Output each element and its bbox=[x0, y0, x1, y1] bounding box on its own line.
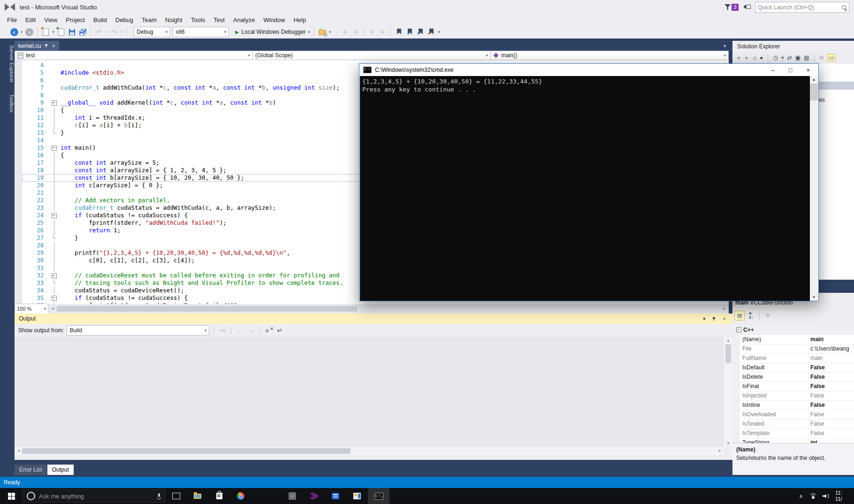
editor-horizontal-scrollbar[interactable]: ◄ ► bbox=[48, 304, 729, 313]
cortana-search-box[interactable]: Ask me anything bbox=[23, 489, 165, 503]
undo-dropdown-caret[interactable]: ▾ bbox=[106, 30, 108, 34]
server-explorer-vertical-tab[interactable]: Server Explorer bbox=[0, 40, 15, 87]
property-row-fullname[interactable]: FullNamemain bbox=[732, 354, 854, 363]
cmd-maximize-button[interactable]: □ bbox=[789, 67, 793, 74]
store-button[interactable] bbox=[208, 488, 230, 504]
app-button-1[interactable]: ◖ bbox=[282, 488, 303, 504]
output-content[interactable] bbox=[15, 337, 724, 447]
start-debugging-button[interactable]: ▶ Local Windows Debugger ▾ bbox=[235, 27, 310, 37]
notifications-button[interactable]: 3 bbox=[724, 4, 739, 11]
taskbar-clock[interactable]: 11: 11/ bbox=[835, 490, 854, 502]
scroll-right-icon[interactable]: ► bbox=[720, 304, 729, 313]
se-collapse-all-icon[interactable]: ▣ bbox=[795, 54, 801, 61]
cmd-minimize-button[interactable]: – bbox=[771, 67, 774, 74]
next-message-button[interactable]: → bbox=[247, 326, 255, 335]
menu-file[interactable]: File bbox=[3, 15, 21, 25]
output-scroll-right-icon[interactable]: ► bbox=[718, 447, 722, 455]
previous-bookmark-button[interactable]: ◄ bbox=[405, 27, 414, 37]
property-row-file[interactable]: Filec:\Users\bwang bbox=[732, 344, 854, 354]
fold-collapse-icon[interactable] bbox=[50, 144, 58, 152]
menu-help[interactable]: Help bbox=[289, 15, 310, 25]
document-list-caret-icon[interactable]: ▾ bbox=[724, 43, 729, 48]
property-value[interactable]: main bbox=[808, 354, 854, 363]
property-value[interactable]: False bbox=[808, 363, 854, 372]
fold-collapse-icon[interactable] bbox=[50, 212, 58, 219]
file-explorer-button[interactable] bbox=[187, 488, 208, 504]
property-pages-button[interactable]: ⚙ bbox=[763, 311, 772, 320]
menu-edit[interactable]: Edit bbox=[21, 15, 40, 25]
property-row-isfinal[interactable]: IsFinalFalse bbox=[732, 382, 854, 391]
word-wrap-button[interactable]: ↵ bbox=[275, 326, 284, 335]
zoom-level-dropdown[interactable]: 100 % ▾ bbox=[15, 304, 48, 314]
output-panel-header[interactable]: Output ▾ × bbox=[15, 313, 732, 324]
find-in-files-button[interactable] bbox=[318, 27, 327, 37]
volume-icon[interactable] bbox=[823, 493, 829, 499]
property-category-row[interactable]: C++ bbox=[732, 326, 854, 335]
project-dropdown[interactable]: ++ test ▾ bbox=[15, 51, 252, 60]
clear-all-button[interactable]: ≡× bbox=[264, 326, 273, 335]
se-pending-changes-icon[interactable]: ◷ bbox=[773, 54, 778, 61]
pin-tab-icon[interactable] bbox=[45, 44, 49, 48]
property-row-istemplate[interactable]: IsTemplateFalse bbox=[732, 429, 854, 438]
se-switch-views-icon[interactable]: ● bbox=[760, 54, 763, 61]
app-button-3[interactable] bbox=[346, 488, 368, 504]
property-value[interactable]: False bbox=[808, 391, 854, 400]
property-row-isoverloaded[interactable]: IsOverloadedFalse bbox=[732, 410, 854, 420]
bookmark-overflow-caret[interactable]: ▾ bbox=[438, 30, 440, 34]
redo-dropdown-caret[interactable]: ▾ bbox=[121, 30, 123, 34]
se-back-icon[interactable]: ◄ bbox=[735, 54, 741, 61]
editor-hscroll-thumb[interactable] bbox=[57, 306, 357, 312]
output-hscroll-thumb[interactable] bbox=[22, 448, 351, 454]
property-value[interactable]: False bbox=[808, 429, 854, 438]
property-row-isdelete[interactable]: IsDeleteFalse bbox=[732, 373, 854, 382]
output-vscroll-thumb[interactable] bbox=[725, 344, 731, 363]
task-view-button[interactable] bbox=[165, 488, 187, 504]
clear-bookmarks-button[interactable]: × bbox=[427, 27, 435, 37]
save-button[interactable] bbox=[68, 27, 76, 37]
feedback-icon[interactable] bbox=[743, 4, 751, 11]
se-sync-icon[interactable]: ⇄ bbox=[787, 54, 792, 61]
menu-view[interactable]: View bbox=[40, 15, 61, 25]
navigate-back-button[interactable]: ‹ bbox=[10, 27, 18, 37]
property-value[interactable]: False bbox=[808, 420, 854, 428]
menu-nsight[interactable]: Nsight bbox=[161, 15, 187, 25]
scroll-left-icon[interactable]: ◄ bbox=[48, 304, 57, 313]
toolbox-vertical-tab[interactable]: Toolbox bbox=[0, 89, 15, 117]
goto-message-button[interactable]: ↪ bbox=[218, 326, 227, 335]
cmd-console-output[interactable]: {1,2,3,4,5} + {10,20,30,40,50} = {11,22,… bbox=[360, 76, 810, 301]
cmd-title-bar[interactable]: C:\ C:\Windows\system32\cmd.exe – □ × bbox=[359, 64, 818, 76]
visual-studio-button[interactable] bbox=[303, 488, 325, 504]
cmd-close-button[interactable]: × bbox=[806, 67, 810, 74]
fold-collapse-icon[interactable] bbox=[50, 294, 58, 302]
fold-collapse-icon[interactable] bbox=[50, 272, 58, 279]
output-scroll-left-icon[interactable]: ◄ bbox=[17, 447, 21, 455]
start-button[interactable] bbox=[0, 488, 23, 504]
property-row-isinjected[interactable]: IsInjectedFalse bbox=[732, 391, 854, 401]
solution-configuration-dropdown[interactable]: Debug ▾ bbox=[134, 27, 170, 37]
menu-tools[interactable]: Tools bbox=[187, 15, 209, 25]
menu-window[interactable]: Window bbox=[259, 15, 289, 25]
tray-expand-icon[interactable]: ∧ bbox=[799, 493, 803, 499]
se-properties-icon[interactable]: ⚙ bbox=[819, 54, 824, 61]
add-item-button[interactable] bbox=[57, 27, 65, 37]
se-preview-selected-button[interactable]: ▭ bbox=[827, 54, 835, 61]
menu-debug[interactable]: Debug bbox=[111, 15, 137, 25]
output-scroll-up-icon[interactable]: ▲ bbox=[724, 338, 732, 343]
pin-panel-icon[interactable] bbox=[712, 317, 717, 321]
output-scroll-down-icon[interactable]: ▼ bbox=[724, 441, 732, 445]
property-row-isdefault[interactable]: IsDefaultFalse bbox=[732, 363, 854, 373]
microphone-icon[interactable] bbox=[157, 493, 161, 499]
se-show-all-files-icon[interactable]: ▤ bbox=[804, 54, 809, 61]
property-value[interactable]: False bbox=[808, 401, 854, 410]
tab-error-list[interactable]: Error List bbox=[15, 465, 47, 475]
decrease-indent-button[interactable]: ≡ bbox=[367, 27, 376, 37]
property-value[interactable]: main bbox=[808, 335, 854, 344]
solution-explorer-header[interactable]: Solution Explorer bbox=[732, 41, 854, 52]
cmd-window[interactable]: C:\ C:\Windows\system32\cmd.exe – □ × {1… bbox=[359, 63, 819, 301]
cmd-scroll-up-icon[interactable]: ▲ bbox=[810, 77, 818, 82]
output-vertical-scrollbar[interactable]: ▲ ▼ bbox=[724, 337, 732, 447]
menu-build[interactable]: Build bbox=[89, 15, 111, 25]
output-horizontal-scrollbar[interactable]: ◄ ► bbox=[15, 447, 724, 455]
property-row-issealed[interactable]: IsSealedFalse bbox=[732, 420, 854, 429]
solution-platform-dropdown[interactable]: x86 ▾ bbox=[173, 27, 229, 37]
